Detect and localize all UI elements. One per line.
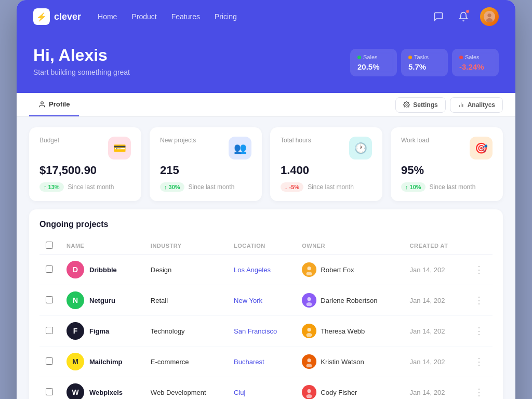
app-window: ⚡ clever Home Product Features Pricing bbox=[17, 0, 515, 399]
select-all-checkbox[interactable] bbox=[46, 242, 53, 249]
metric-value-budget: $17,500.90 bbox=[39, 164, 131, 177]
content-area: Profile Settings Anal bbox=[17, 93, 515, 399]
metric-label-workload: Work load bbox=[401, 137, 429, 144]
row-location-0[interactable]: Los Angeles bbox=[228, 255, 296, 285]
hero-section: Hi, Alexis Start building something grea… bbox=[17, 33, 515, 93]
table-header: NAME INDUSTRY LOCATION OWNER CREATED AT bbox=[39, 237, 493, 255]
row-checkbox-4 bbox=[39, 377, 60, 400]
metric-card-projects: New projects 👥 215 ↑ 30% Since last mont… bbox=[150, 127, 262, 201]
row-select-1[interactable] bbox=[46, 296, 53, 303]
settings-button[interactable]: Settings bbox=[395, 97, 445, 113]
svg-point-21 bbox=[308, 389, 311, 393]
table-row: M Mailchimp E-commerce Bucharest Kristin… bbox=[39, 347, 493, 377]
row-location-3[interactable]: Bucharest bbox=[228, 347, 296, 377]
nav-product[interactable]: Product bbox=[131, 12, 156, 21]
metric-label-projects: New projects bbox=[160, 137, 196, 144]
stat-label-1: Tasks bbox=[408, 54, 441, 60]
row-more-4[interactable]: ⋮ bbox=[466, 377, 493, 400]
svg-point-12 bbox=[308, 297, 311, 301]
owner-avatar-0 bbox=[302, 262, 316, 277]
main-nav: Home Product Features Pricing bbox=[98, 12, 430, 21]
svg-point-3 bbox=[41, 101, 44, 104]
nav-home[interactable]: Home bbox=[98, 12, 117, 21]
header-actions bbox=[430, 7, 499, 26]
svg-point-1 bbox=[487, 14, 491, 17]
hero-stats: Sales 20.5% Tasks 5.7% Sales -3.24% bbox=[350, 49, 499, 76]
row-date-3: Jan 14, 202 bbox=[404, 347, 466, 377]
tab-profile[interactable]: Profile bbox=[29, 93, 79, 116]
col-created: CREATED AT bbox=[404, 237, 466, 255]
stat-dot-1 bbox=[408, 56, 412, 59]
user-avatar[interactable] bbox=[480, 7, 499, 26]
row-company-4: W Webpixels bbox=[60, 377, 144, 400]
owner-avatar-2 bbox=[302, 324, 316, 338]
row-checkbox-0 bbox=[39, 255, 60, 285]
row-more-1[interactable]: ⋮ bbox=[466, 285, 493, 316]
table-row: D Dribbble Design Los Angeles Robert Fox… bbox=[39, 255, 493, 285]
row-industry-4: Web Development bbox=[144, 377, 228, 400]
metric-card-budget: Budget 💳 $17,500.90 ↑ 13% Since last mon… bbox=[29, 127, 141, 201]
row-date-0: Jan 14, 202 bbox=[404, 255, 466, 285]
row-industry-2: Technology bbox=[144, 316, 228, 347]
nav-features[interactable]: Features bbox=[171, 12, 200, 21]
analytics-button[interactable]: Analitycs bbox=[450, 97, 503, 113]
logo-area: ⚡ clever bbox=[33, 8, 81, 25]
logo-icon: ⚡ bbox=[33, 8, 50, 25]
settings-icon bbox=[403, 101, 410, 108]
col-industry: INDUSTRY bbox=[144, 237, 228, 255]
stat-card-1: Tasks 5.7% bbox=[401, 49, 448, 76]
row-owner-1: Darlene Robertson bbox=[296, 285, 403, 316]
projects-table: NAME INDUSTRY LOCATION OWNER CREATED AT … bbox=[39, 237, 493, 399]
row-location-1[interactable]: New York bbox=[228, 285, 296, 316]
svg-point-18 bbox=[308, 358, 311, 362]
row-location-4[interactable]: Cluj bbox=[228, 377, 296, 400]
col-name: NAME bbox=[60, 237, 144, 255]
table-row: N Netguru Retail New York Darlene Robert… bbox=[39, 285, 493, 316]
row-select-2[interactable] bbox=[46, 327, 53, 334]
col-owner: OWNER bbox=[296, 237, 403, 255]
row-date-2: Jan 14, 202 bbox=[404, 316, 466, 347]
row-owner-0: Robert Fox bbox=[296, 255, 403, 285]
stat-label-2: Sales bbox=[459, 54, 491, 60]
stat-label-0: Sales bbox=[357, 54, 390, 60]
row-more-2[interactable]: ⋮ bbox=[466, 316, 493, 347]
owner-avatar-1 bbox=[302, 293, 316, 308]
stat-value-1: 5.7% bbox=[408, 62, 441, 71]
row-industry-3: E-commerce bbox=[144, 347, 228, 377]
row-select-3[interactable] bbox=[46, 357, 53, 365]
stat-card-0: Sales 20.5% bbox=[350, 49, 397, 76]
company-logo-2: F bbox=[66, 322, 84, 340]
company-name-2: Figma bbox=[89, 327, 109, 335]
row-location-2[interactable]: San Francisco bbox=[228, 316, 296, 347]
stat-card-2: Sales -3.24% bbox=[452, 49, 499, 76]
stat-dot-0 bbox=[357, 56, 361, 59]
nav-pricing[interactable]: Pricing bbox=[215, 12, 237, 21]
logo-text: clever bbox=[54, 11, 81, 22]
table-body: D Dribbble Design Los Angeles Robert Fox… bbox=[39, 255, 493, 400]
metric-card-workload: Work load 🎯 95% ↑ 10% Since last month bbox=[391, 127, 503, 201]
row-checkbox-3 bbox=[39, 347, 60, 377]
notifications-button[interactable] bbox=[455, 8, 472, 25]
company-name-0: Dribbble bbox=[89, 266, 117, 274]
metric-icon-hours: 🕐 bbox=[349, 137, 372, 159]
metric-value-hours: 1.400 bbox=[281, 164, 372, 177]
table-row: F Figma Technology San Francisco Theresa… bbox=[39, 316, 493, 347]
col-checkbox bbox=[39, 237, 60, 255]
row-checkbox-2 bbox=[39, 316, 60, 347]
row-industry-0: Design bbox=[144, 255, 228, 285]
metric-icon-budget: 💳 bbox=[108, 137, 131, 159]
row-owner-2: Theresa Webb bbox=[296, 316, 403, 347]
tabs-row: Profile Settings Anal bbox=[17, 93, 515, 117]
row-more-0[interactable]: ⋮ bbox=[466, 255, 493, 285]
row-select-4[interactable] bbox=[46, 388, 53, 395]
stat-value-0: 20.5% bbox=[357, 62, 390, 71]
metric-value-projects: 215 bbox=[160, 164, 251, 177]
metric-since-budget: Since last month bbox=[68, 183, 114, 191]
col-location: LOCATION bbox=[228, 237, 296, 255]
metric-since-workload: Since last month bbox=[430, 183, 476, 191]
company-name-1: Netguru bbox=[89, 297, 115, 304]
row-more-3[interactable]: ⋮ bbox=[466, 347, 493, 377]
chat-button[interactable] bbox=[430, 8, 447, 25]
row-select-0[interactable] bbox=[46, 265, 53, 273]
stat-dot-2 bbox=[459, 56, 463, 59]
